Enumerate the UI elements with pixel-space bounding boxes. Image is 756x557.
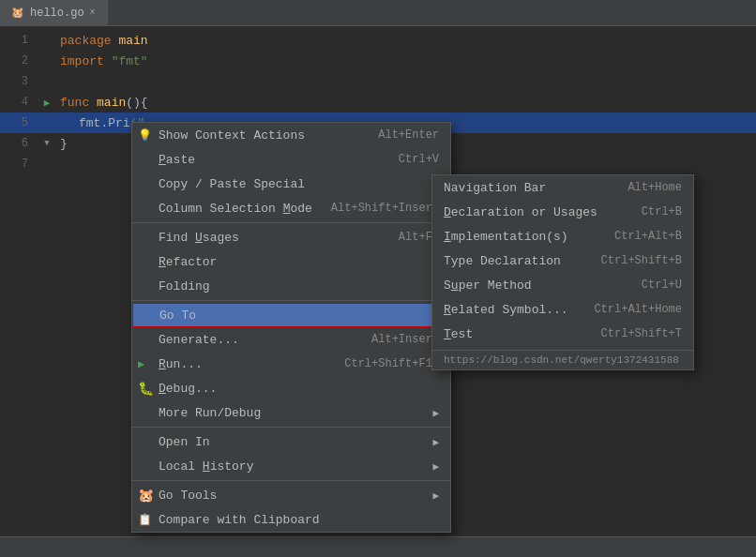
context-menu: 💡 Show Context Actions Alt+Enter Paste C… (131, 122, 451, 533)
submenu-shortcut-implementations: Ctrl+Alt+B (614, 230, 682, 243)
submenu-label-implementations: Implementation(s) (444, 230, 614, 244)
submenu-shortcut-navigation-bar: Alt+Home (627, 181, 682, 194)
menu-item-goto[interactable]: Go To ▶ (132, 303, 450, 327)
submenu-arrow-more-run: ▶ (432, 407, 439, 419)
menu-item-go-tools[interactable]: 🐹 Go Tools ▶ (132, 483, 450, 507)
gutter-4: ▶ (38, 97, 56, 109)
code-line-4: 4 ▶ func main(){ (0, 92, 756, 113)
menu-label-show-context: Show Context Actions (159, 128, 359, 143)
submenu-shortcut-test: Ctrl+Shift+T (601, 327, 682, 340)
line-number-6: 6 (0, 137, 38, 150)
menu-item-find-usages[interactable]: Find Usages Alt+F7 (132, 225, 450, 249)
submenu-label-type-declaration: Type Declaration (444, 254, 601, 268)
separator-3 (132, 427, 450, 428)
line-number-3: 3 (0, 75, 38, 88)
menu-label-run: Run... (159, 357, 325, 371)
menu-label-refactor: Refactor (159, 255, 425, 269)
submenu-item-super-method[interactable]: Super Method Ctrl+U (432, 273, 693, 297)
tab-label: hello.go (30, 7, 84, 20)
go-tools-icon: 🐹 (138, 488, 154, 504)
menu-label-copy-paste: Copy / Paste Special (159, 177, 425, 191)
code-line-1: 1 package main (0, 30, 756, 51)
menu-item-open-in[interactable]: Open In ▶ (132, 429, 450, 454)
submenu-item-declaration[interactable]: Declaration or Usages Ctrl+B (432, 200, 693, 224)
submenu-arrow-open-in: ▶ (432, 436, 439, 448)
menu-item-more-run-debug[interactable]: More Run/Debug ▶ (132, 400, 450, 425)
submenu-shortcut-type-declaration: Ctrl+Shift+B (601, 254, 682, 267)
tab-bar: 🐹 hello.go × (0, 0, 756, 26)
menu-label-go-tools: Go Tools (159, 489, 425, 503)
code-2: import "fmt" (56, 54, 148, 68)
line-number-1: 1 (0, 34, 38, 47)
submenu-shortcut-super-method: Ctrl+U (642, 278, 682, 292)
menu-item-run[interactable]: ▶ Run... Ctrl+Shift+F10 (132, 352, 450, 376)
compare-icon: 📋 (138, 513, 152, 527)
submenu-url: https://blog.csdn.net/qwerty1372431588 (432, 350, 693, 369)
menu-item-folding[interactable]: Folding ▶ (132, 274, 450, 298)
shortcut-show-context: Alt+Enter (378, 128, 439, 142)
line-number-4: 4 (0, 96, 38, 109)
menu-label-generate: Generate... (159, 333, 353, 347)
submenu-item-related-symbols[interactable]: Related Symbol... Ctrl+Alt+Home (432, 297, 693, 322)
shortcut-paste: Ctrl+V (399, 153, 439, 166)
code-line-2: 2 import "fmt" (0, 51, 756, 71)
submenu-arrow-go-tools: ▶ (432, 489, 439, 502)
line-number-2: 2 (0, 54, 38, 68)
submenu-shortcut-declaration: Ctrl+B (642, 205, 682, 218)
submenu-label-test: Test (444, 327, 601, 341)
menu-label-find-usages: Find Usages (159, 231, 380, 245)
separator-1 (132, 222, 450, 223)
bulb-icon: 💡 (138, 128, 152, 143)
submenu-item-type-declaration[interactable]: Type Declaration Ctrl+Shift+B (432, 248, 693, 273)
submenu-arrow-local-history: ▶ (432, 460, 439, 473)
gutter-6: ▼ (38, 139, 56, 148)
menu-label-paste: Paste (159, 153, 380, 167)
menu-label-compare: Compare with Clipboard (159, 513, 439, 527)
submenu-item-implementations[interactable]: Implementation(s) Ctrl+Alt+B (432, 224, 693, 248)
goto-submenu: Navigation Bar Alt+Home Declaration or U… (431, 174, 694, 370)
submenu-item-navigation-bar[interactable]: Navigation Bar Alt+Home (432, 175, 693, 200)
menu-item-debug[interactable]: 🐛 Debug... (132, 376, 450, 400)
menu-label-folding: Folding (159, 279, 425, 294)
file-tab[interactable]: 🐹 hello.go × (0, 0, 108, 26)
fold-icon[interactable]: ▼ (44, 139, 49, 148)
menu-item-copy-paste-special[interactable]: Copy / Paste Special ▶ (132, 172, 450, 196)
line-number-7: 7 (0, 158, 38, 171)
submenu-label-super-method: Super Method (444, 278, 642, 293)
menu-item-local-history[interactable]: Local History ▶ (132, 454, 450, 478)
menu-label-debug: Debug... (159, 382, 439, 396)
status-bar (0, 536, 756, 557)
run-arrow-icon[interactable]: ▶ (44, 97, 51, 109)
menu-item-refactor[interactable]: Refactor ▶ (132, 249, 450, 274)
submenu-item-test[interactable]: Test Ctrl+Shift+T (432, 322, 693, 346)
submenu-label-declaration: Declaration or Usages (444, 205, 642, 219)
menu-label-more-run: More Run/Debug (159, 406, 425, 420)
shortcut-column-selection: Alt+Shift+Insert (331, 202, 439, 215)
menu-item-generate[interactable]: Generate... Alt+Insert (132, 327, 450, 352)
menu-item-compare-clipboard[interactable]: 📋 Compare with Clipboard (132, 507, 450, 532)
menu-label-goto: Go To (159, 309, 424, 323)
menu-item-column-selection[interactable]: Column Selection Mode Alt+Shift+Insert (132, 196, 450, 220)
line-number-5: 5 (0, 116, 38, 129)
submenu-label-related-symbols: Related Symbol... (444, 303, 594, 317)
run-icon: ▶ (138, 357, 144, 371)
menu-item-paste[interactable]: Paste Ctrl+V (132, 147, 450, 172)
shortcut-generate: Alt+Insert (371, 333, 439, 346)
menu-label-column-selection: Column Selection Mode (159, 202, 312, 216)
code-6: } (56, 137, 68, 151)
submenu-label-navigation-bar: Navigation Bar (444, 181, 627, 195)
separator-4 (132, 480, 450, 481)
go-file-icon: 🐹 (11, 7, 24, 19)
debug-icon: 🐛 (138, 381, 154, 397)
shortcut-run: Ctrl+Shift+F10 (344, 357, 439, 370)
menu-label-open-in: Open In (159, 435, 425, 449)
tab-close-button[interactable]: × (90, 8, 96, 18)
code-1: package main (56, 34, 148, 48)
menu-label-local-history: Local History (159, 459, 425, 474)
submenu-shortcut-related-symbols: Ctrl+Alt+Home (594, 303, 682, 316)
code-line-3: 3 (0, 71, 756, 92)
menu-item-show-context-actions[interactable]: 💡 Show Context Actions Alt+Enter (132, 123, 450, 147)
separator-2 (132, 300, 450, 301)
code-4: func main(){ (56, 96, 148, 110)
